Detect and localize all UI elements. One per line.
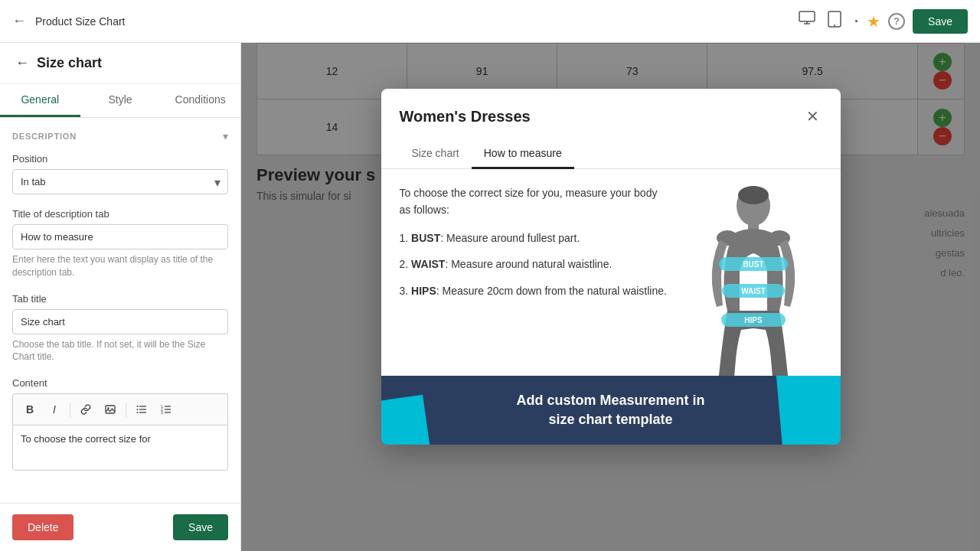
- main-content: 12 91 73 97.5 + − 14 96 78 102.5: [241, 43, 980, 551]
- list-item-waist: WAIST: Measure around natural waistline.: [400, 256, 669, 272]
- desktop-icon[interactable]: [799, 11, 815, 31]
- sidebar-title: Size chart: [37, 55, 102, 71]
- list-ol-button[interactable]: 1.2.3.: [155, 399, 177, 420]
- content-toolbar: B I 1.2.3.: [12, 393, 228, 425]
- bust-text: : Measure around fullest part.: [440, 232, 580, 244]
- tab-title-input[interactable]: [12, 309, 228, 334]
- svg-point-4: [834, 24, 835, 26]
- sidebar: ← Size chart General Style Conditions DE…: [0, 43, 241, 551]
- title-field-input[interactable]: [12, 224, 228, 249]
- title-field-label: Title of description tab: [12, 208, 228, 220]
- italic-button[interactable]: I: [44, 399, 65, 420]
- image-button[interactable]: [100, 399, 121, 420]
- promo-line-1: Add custom Measurement in: [516, 391, 704, 410]
- star-icon[interactable]: ★: [867, 12, 880, 31]
- svg-point-8: [137, 409, 139, 410]
- tab-style[interactable]: Style: [80, 84, 161, 117]
- hips-text: : Measure 20cm down from the natural wai…: [436, 285, 667, 297]
- svg-text:BUST: BUST: [743, 260, 763, 269]
- tab-title-label: Tab title: [12, 293, 228, 305]
- modal-list: BUST: Measure around fullest part. WAIST…: [400, 230, 669, 299]
- list-item-hips: HIPS: Measure 20cm down from the natural…: [400, 282, 669, 299]
- modal-title: Women's Dresses: [400, 108, 531, 126]
- promo-text: Add custom Measurement in size chart tem…: [516, 391, 704, 429]
- bust-label: BUST: [411, 232, 440, 244]
- sidebar-content: DESCRIPTION ▾ Position In tab Below titl…: [0, 118, 240, 503]
- bold-button[interactable]: B: [19, 399, 41, 420]
- modal-header: Women's Dresses ✕: [381, 89, 841, 129]
- list-item-bust: BUST: Measure around fullest part.: [400, 230, 669, 246]
- main-layout: ← Size chart General Style Conditions DE…: [0, 43, 980, 551]
- modal-tabs: Size chart How to measure: [381, 139, 841, 169]
- link-button[interactable]: [75, 399, 96, 420]
- title-field-hint: Enter here the text you want display as …: [12, 253, 228, 279]
- hips-label: HIPS: [411, 285, 436, 297]
- waist-text: : Measure around natural waistline.: [445, 258, 612, 270]
- title-field-group: Title of description tab Enter here the …: [12, 208, 228, 279]
- modal-intro: To choose the correct size for you, meas…: [400, 184, 669, 219]
- sidebar-save-button[interactable]: Save: [173, 514, 228, 540]
- modal-overlay[interactable]: Women's Dresses ✕ Size chart How to meas…: [241, 43, 980, 551]
- svg-point-9: [137, 412, 139, 413]
- position-label: Position: [12, 153, 228, 165]
- position-field-group: Position In tab Below title Above title: [12, 153, 228, 194]
- modal-tab-how-to-measure[interactable]: How to measure: [472, 139, 574, 169]
- topbar: ← Product Size Chart ★ ? Save: [0, 0, 980, 43]
- waist-label: WAIST: [411, 258, 445, 270]
- description-section-header: DESCRIPTION ▾: [12, 130, 228, 142]
- content-label: Content: [12, 377, 228, 389]
- position-select[interactable]: In tab Below title Above title: [12, 169, 228, 194]
- svg-point-7: [137, 406, 139, 407]
- modal: Women's Dresses ✕ Size chart How to meas…: [381, 89, 841, 445]
- topbar-save-button[interactable]: Save: [913, 9, 968, 34]
- svg-point-6: [107, 407, 109, 409]
- tab-title-hint: Choose the tab title. If not set, it wil…: [12, 338, 228, 364]
- description-label: DESCRIPTION: [12, 132, 77, 141]
- content-field-group: Content B I 1.2.3.: [12, 377, 228, 471]
- sidebar-back-icon[interactable]: ←: [15, 55, 29, 71]
- svg-point-21: [738, 186, 769, 204]
- svg-text:3.: 3.: [161, 410, 164, 414]
- svg-text:HIPS: HIPS: [744, 316, 763, 324]
- topbar-actions: ★ ? Save: [867, 9, 968, 34]
- svg-rect-0: [799, 11, 815, 21]
- tablet-icon[interactable]: [828, 11, 841, 31]
- modal-close-button[interactable]: ✕: [803, 104, 822, 129]
- toolbar-divider-1: [70, 402, 70, 417]
- content-editor[interactable]: To choose the correct size for: [12, 425, 228, 471]
- sidebar-tabs: General Style Conditions: [0, 84, 240, 118]
- help-button[interactable]: ?: [888, 13, 905, 30]
- content-text: To choose the correct size for: [21, 433, 151, 445]
- sidebar-header: ← Size chart: [0, 43, 240, 84]
- svg-text:WAIST: WAIST: [741, 287, 766, 295]
- modal-tab-size-chart[interactable]: Size chart: [400, 139, 472, 169]
- promo-line-2: size chart template: [516, 410, 704, 429]
- chevron-down-icon[interactable]: ▾: [223, 130, 228, 142]
- tab-conditions[interactable]: Conditions: [160, 84, 240, 117]
- tab-general[interactable]: General: [0, 84, 80, 117]
- sidebar-footer: Delete Save: [0, 503, 240, 551]
- tab-title-field-group: Tab title Choose the tab title. If not s…: [12, 293, 228, 364]
- back-icon[interactable]: ←: [12, 13, 26, 29]
- promo-banner: Add custom Measurement in size chart tem…: [381, 376, 841, 445]
- toolbar-divider-2: [126, 402, 126, 417]
- page-title: Product Size Chart: [35, 15, 777, 28]
- svg-rect-5: [106, 406, 115, 413]
- delete-button[interactable]: Delete: [12, 514, 74, 540]
- list-ul-button[interactable]: [131, 399, 152, 420]
